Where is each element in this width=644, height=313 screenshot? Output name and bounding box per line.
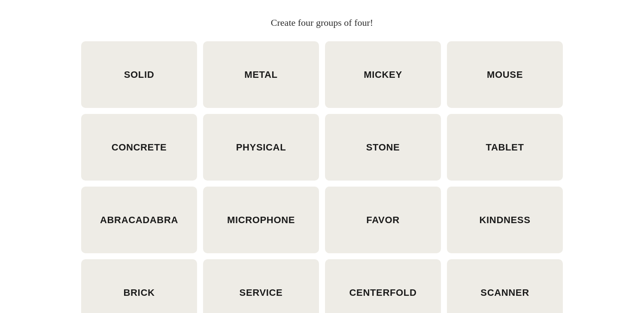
tile-mouse[interactable]: MOUSE [447,41,563,108]
tile-label-tablet: TABLET [486,142,524,153]
tile-solid[interactable]: SOLID [81,41,197,108]
tile-label-concrete: CONCRETE [112,142,167,153]
tile-scanner[interactable]: SCANNER [447,259,563,313]
tile-brick[interactable]: BRICK [81,259,197,313]
tile-label-abracadabra: ABRACADABRA [100,215,178,226]
tile-label-stone: STONE [366,142,400,153]
tile-concrete[interactable]: CONCRETE [81,114,197,181]
tile-microphone[interactable]: MICROPHONE [203,187,319,253]
tile-abracadabra[interactable]: ABRACADABRA [81,187,197,253]
word-grid: SOLIDMETALMICKEYMOUSECONCRETEPHYSICALSTO… [81,41,563,313]
tile-label-mickey: MICKEY [364,69,402,80]
tile-label-physical: PHYSICAL [236,142,286,153]
page-subtitle: Create four groups of four! [271,17,373,28]
tile-stone[interactable]: STONE [325,114,441,181]
tile-label-metal: METAL [244,69,277,80]
tile-label-mouse: MOUSE [487,69,523,80]
tile-label-centerfold: CENTERFOLD [349,287,417,298]
tile-label-favor: FAVOR [366,215,399,226]
tile-kindness[interactable]: KINDNESS [447,187,563,253]
tile-label-service: SERVICE [240,287,283,298]
tile-metal[interactable]: METAL [203,41,319,108]
tile-mickey[interactable]: MICKEY [325,41,441,108]
tile-centerfold[interactable]: CENTERFOLD [325,259,441,313]
tile-label-brick: BRICK [124,287,155,298]
tile-service[interactable]: SERVICE [203,259,319,313]
tile-physical[interactable]: PHYSICAL [203,114,319,181]
tile-label-kindness: KINDNESS [480,215,531,226]
tile-label-microphone: MICROPHONE [227,215,295,226]
tile-label-scanner: SCANNER [480,287,529,298]
tile-tablet[interactable]: TABLET [447,114,563,181]
tile-label-solid: SOLID [124,69,155,80]
tile-favor[interactable]: FAVOR [325,187,441,253]
